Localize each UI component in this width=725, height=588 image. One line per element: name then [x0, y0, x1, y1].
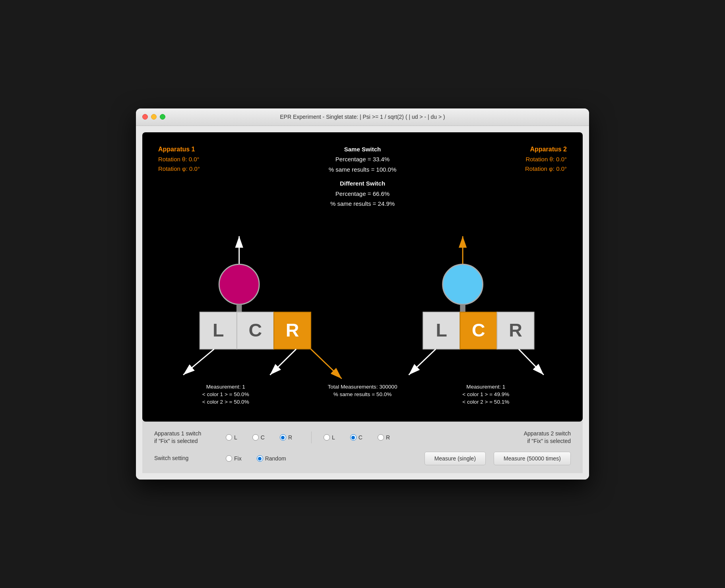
- apparatus2-detector: [443, 264, 483, 304]
- experiment-area: Apparatus 1 Rotation θ: 0.0° Rotation φ:…: [142, 132, 583, 422]
- measurement1-text: Measurement: 1: [206, 384, 245, 390]
- titlebar: EPR Experiment - Singlet state: | Psi >=…: [136, 108, 589, 126]
- apparatus2-L-radio[interactable]: [324, 434, 330, 441]
- apparatus1-L-label: L: [213, 320, 224, 340]
- fix-radio[interactable]: [226, 455, 232, 462]
- apparatus2-info: Apparatus 2 Rotation θ: 0.0° Rotation φ:…: [525, 144, 567, 174]
- svg-text:< color 2 > = 50.1%: < color 2 > = 50.1%: [462, 399, 509, 405]
- svg-text:< color 1 > = 50.0%: < color 1 > = 50.0%: [202, 391, 249, 397]
- separator1: [311, 431, 312, 443]
- svg-text:% same results = 50.0%: % same results = 50.0%: [333, 391, 392, 397]
- apparatus2-C-label: C: [472, 320, 485, 340]
- apparatus2-arrow-right: [519, 349, 544, 375]
- minimize-button[interactable]: [151, 114, 157, 120]
- apparatus2-switch-C[interactable]: C: [350, 434, 362, 441]
- main-window: EPR Experiment - Singlet state: | Psi >=…: [136, 108, 589, 480]
- apparatus2-arrow-left: [409, 349, 436, 375]
- apparatus1-stem: [236, 304, 242, 312]
- window-title: EPR Experiment - Singlet state: | Psi >=…: [142, 114, 583, 120]
- apparatus1-R-radio[interactable]: [280, 434, 286, 441]
- same-switch-results: % same results = 100.0%: [329, 164, 397, 175]
- apparatus2-phi: Rotation φ: 0.0°: [525, 164, 567, 174]
- apparatus1-info: Apparatus 1 Rotation θ: 0.0° Rotation φ:…: [158, 144, 200, 174]
- apparatus1-theta: Rotation θ: 0.0°: [158, 155, 200, 164]
- switch-random-option[interactable]: Random: [257, 455, 286, 462]
- apparatus2-L-label: L: [436, 320, 447, 340]
- switch-setting-label: Switch setting: [154, 455, 218, 462]
- svg-text:< color 1 > = 49.9%: < color 1 > = 49.9%: [462, 391, 509, 397]
- apparatus1-arrow-orange: [311, 349, 342, 379]
- apparatus2-C-radio[interactable]: [350, 434, 357, 441]
- traffic-lights: [142, 114, 165, 120]
- measure-single-button[interactable]: Measure (single): [425, 452, 486, 465]
- different-switch-results: % same results = 24.9%: [329, 199, 397, 209]
- apparatus1-phi: Rotation φ: 0.0°: [158, 164, 200, 174]
- apparatus1-R-label: R: [286, 320, 299, 340]
- apparatus2-switch-label: Apparatus 2 switch if "Fix" is selected: [524, 430, 571, 445]
- apparatus2-switch-R[interactable]: R: [378, 434, 390, 441]
- top-info: Apparatus 1 Rotation θ: 0.0° Rotation φ:…: [158, 144, 567, 209]
- different-switch-label: Different Switch: [329, 178, 397, 189]
- apparatus2-R-label: R: [509, 320, 522, 340]
- apparatus2-title: Apparatus 2: [525, 144, 567, 155]
- measurement2-text: Measurement: 1: [466, 384, 505, 390]
- apparatus1-switch-L[interactable]: L: [226, 434, 237, 441]
- main-content: Apparatus 1 Rotation θ: 0.0° Rotation φ:…: [136, 126, 589, 480]
- total-measurements-text: Total Measurements: 300000: [328, 384, 397, 390]
- apparatus1-title: Apparatus 1: [158, 144, 200, 155]
- switch-fix-option[interactable]: Fix: [226, 455, 242, 462]
- apparatus1-arrow-right-white: [270, 349, 296, 375]
- apparatus1-C-radio[interactable]: [252, 434, 259, 441]
- random-radio[interactable]: [257, 455, 263, 462]
- center-stats: Same Switch Percentage = 33.4% % same re…: [329, 144, 397, 209]
- apparatus2-theta: Rotation θ: 0.0°: [525, 155, 567, 164]
- close-button[interactable]: [142, 114, 148, 120]
- apparatus1-arrow-left: [183, 349, 214, 375]
- apparatus2-stem: [460, 304, 465, 312]
- maximize-button[interactable]: [160, 114, 165, 120]
- same-switch-percentage: Percentage = 33.4%: [329, 154, 397, 164]
- controls-area: Apparatus 1 switch if "Fix" is selected …: [142, 422, 583, 473]
- apparatus1-L-radio[interactable]: [226, 434, 232, 441]
- apparatus1-C-label: C: [249, 320, 262, 340]
- same-switch-label: Same Switch: [329, 144, 397, 155]
- apparatus1-switch-C[interactable]: C: [252, 434, 265, 441]
- measure-50000-button[interactable]: Measure (50000 times): [494, 452, 571, 465]
- switch-setting-row: Switch setting Fix Random Measure (singl…: [154, 452, 571, 465]
- experiment-diagram: L C R Measurement: 1 < color 1 > = 50.0%…: [158, 217, 567, 410]
- apparatus-switch-row: Apparatus 1 switch if "Fix" is selected …: [154, 430, 571, 445]
- apparatus2-switch-L[interactable]: L: [324, 434, 335, 441]
- apparatus1-switch-label: Apparatus 1 switch if "Fix" is selected: [154, 430, 218, 445]
- apparatus1-switch-R[interactable]: R: [280, 434, 292, 441]
- apparatus2-R-radio[interactable]: [378, 434, 384, 441]
- different-switch-percentage: Percentage = 66.6%: [329, 189, 397, 199]
- svg-text:< color 2 > = 50.0%: < color 2 > = 50.0%: [202, 399, 249, 405]
- apparatus1-detector: [219, 264, 259, 304]
